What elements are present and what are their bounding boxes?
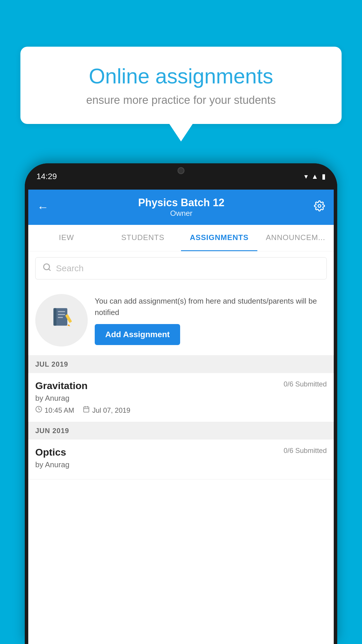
assignment-name-optics: Optics — [35, 447, 66, 458]
speech-bubble-subtitle: ensure more practice for your students — [41, 94, 321, 106]
section-header-jul: JUL 2019 — [28, 356, 334, 373]
svg-rect-6 — [58, 314, 65, 315]
add-assignment-button[interactable]: Add Assignment — [95, 324, 180, 345]
svg-marker-9 — [67, 324, 70, 326]
assignment-item-gravitation[interactable]: Gravitation 0/6 Submitted by Anurag 10:4… — [28, 373, 334, 422]
assignment-submitted: 0/6 Submitted — [284, 380, 327, 388]
phone-screen: ← Physics Batch 12 Owner IEW STUDENTS AS… — [28, 190, 334, 644]
speech-bubble-card: Online assignments ensure more practice … — [20, 47, 342, 124]
speech-bubble-tail — [169, 124, 193, 141]
status-bar: 14:29 ▾ ▲ ▮ — [25, 163, 337, 190]
time-value: 10:45 AM — [45, 406, 74, 414]
calendar-icon — [83, 406, 90, 415]
section-header-jun: JUN 2019 — [28, 422, 334, 440]
assignment-name: Gravitation — [35, 380, 87, 391]
notebook-icon — [50, 306, 73, 335]
svg-point-0 — [318, 204, 321, 207]
settings-icon[interactable] — [314, 200, 325, 214]
promo-icon-circle — [35, 294, 88, 346]
tab-assignments[interactable]: ASSIGNMENTS — [181, 225, 257, 251]
promo-content: You can add assignment(s) from here and … — [95, 295, 327, 345]
signal-icon: ▲ — [311, 172, 318, 181]
assignment-item-optics[interactable]: Optics 0/6 Submitted by Anurag — [28, 440, 334, 480]
add-assignment-promo: You can add assignment(s) from here and … — [28, 285, 334, 356]
assignment-date: Jul 07, 2019 — [83, 406, 130, 415]
svg-rect-7 — [58, 317, 63, 318]
assignment-meta: 10:45 AM Jul 07, 2019 — [35, 406, 327, 415]
page-subtitle: Owner — [138, 209, 224, 218]
promo-description: You can add assignment(s) from here and … — [95, 295, 327, 318]
wifi-icon: ▾ — [304, 172, 308, 181]
battery-icon: ▮ — [322, 172, 326, 181]
search-placeholder: Search — [56, 263, 84, 273]
tab-announcements[interactable]: ANNOUNCEM... — [257, 225, 334, 251]
speech-bubble-section: Online assignments ensure more practice … — [20, 47, 342, 141]
phone-notch — [155, 163, 207, 178]
phone-frame: 14:29 ▾ ▲ ▮ ← Physics Batch 12 Owner — [25, 163, 337, 644]
tabs-bar: IEW STUDENTS ASSIGNMENTS ANNOUNCEM... — [28, 225, 334, 251]
header-title-block: Physics Batch 12 Owner — [138, 197, 224, 218]
search-bar[interactable]: Search — [35, 257, 327, 279]
speech-bubble-title: Online assignments — [41, 64, 321, 88]
search-container: Search — [28, 251, 334, 285]
assignment-author: by Anurag — [35, 394, 327, 403]
tab-students[interactable]: STUDENTS — [105, 225, 181, 251]
assignment-item-optics-top: Optics 0/6 Submitted — [35, 447, 327, 458]
assignment-item-top: Gravitation 0/6 Submitted — [35, 380, 327, 391]
clock-icon — [35, 406, 42, 415]
assignment-author-optics: by Anurag — [35, 460, 327, 469]
assignment-submitted-optics: 0/6 Submitted — [284, 447, 327, 455]
search-icon — [43, 263, 51, 274]
date-value: Jul 07, 2019 — [92, 406, 130, 414]
status-icons: ▾ ▲ ▮ — [304, 172, 326, 181]
app-header: ← Physics Batch 12 Owner — [28, 190, 334, 225]
svg-rect-11 — [84, 407, 89, 412]
svg-rect-4 — [54, 308, 57, 326]
tab-iew[interactable]: IEW — [28, 225, 105, 251]
assignment-time: 10:45 AM — [35, 406, 74, 415]
phone-camera — [178, 167, 184, 174]
svg-rect-5 — [58, 311, 65, 312]
page-title: Physics Batch 12 — [138, 197, 224, 209]
back-button[interactable]: ← — [37, 201, 49, 214]
status-time: 14:29 — [36, 172, 57, 181]
svg-line-2 — [49, 269, 50, 270]
